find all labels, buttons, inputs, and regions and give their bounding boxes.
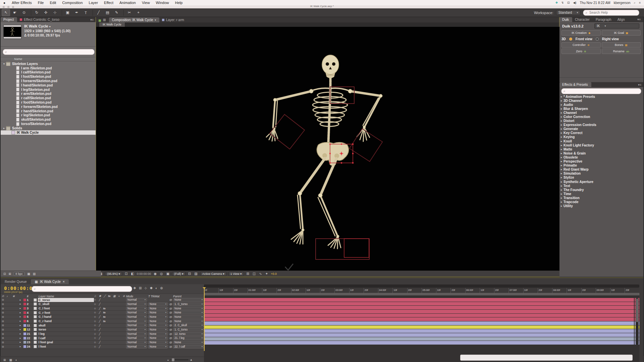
timeline-search-input[interactable] (37, 287, 86, 291)
fx-badge[interactable]: fx (103, 320, 106, 323)
trkmat-dropdown[interactable]: None▾ (148, 332, 168, 336)
viewer-toolbar-item[interactable]: (Full) ▾ (172, 272, 185, 276)
effects-category[interactable]: ▸ Perspective (559, 160, 643, 164)
effects-category[interactable]: ▸ Generate (559, 127, 643, 131)
timeline-layer-row[interactable]: ⊙ ▸ 24 l foot ⊹ ╱ Normal▾ (1, 345, 204, 349)
label-color-chip[interactable] (22, 337, 27, 340)
tab-render-queue[interactable]: Render Queue (1, 279, 31, 284)
viewer-toolbar-item[interactable]: Active Camera ▾ (200, 272, 226, 276)
layer-duration-bar[interactable] (204, 341, 639, 345)
parent-pickwhip-icon[interactable]: @ (168, 337, 173, 340)
layer-duration-bar[interactable] (204, 314, 639, 317)
parent-pickwhip-icon[interactable]: @ (168, 328, 173, 331)
effects-category[interactable]: ▸ Obsolete (559, 155, 643, 159)
parent-dropdown[interactable]: None▾ (173, 315, 204, 319)
trkmat-dropdown[interactable]: None▾ (148, 336, 168, 340)
front-view-radio[interactable] (569, 38, 572, 41)
trkmat-dropdown[interactable]: None▾ (148, 323, 168, 327)
project-item[interactable]: l hand/Skeleton.psd (1, 83, 96, 87)
parent-dropdown[interactable]: None▾ (173, 311, 204, 314)
quality-icon[interactable]: ╱ (99, 315, 101, 318)
live-update-icon[interactable] (96, 19, 102, 22)
timeline-layer-row[interactable]: ⊙ ▸ 11 skull ⊹ ╱ Normal▾ (1, 323, 204, 328)
label-color-chip[interactable] (22, 303, 27, 305)
project-name-column-header[interactable]: Name (1, 57, 96, 61)
timeline-layer-row[interactable]: ⊙ ▸ 22 l calf ⊹ ╱ Normal▾ (1, 336, 204, 341)
viewer-toolbar-item[interactable]: ∿ (258, 272, 262, 276)
eye-icon[interactable]: ⊙ (1, 315, 5, 318)
layer-name[interactable]: C_skull (38, 302, 94, 306)
trkmat-dropdown[interactable]: None▾ (148, 307, 168, 310)
volume-icon[interactable]: ◀) (573, 1, 577, 4)
parent-dropdown[interactable]: 21. l leg▾ (173, 336, 204, 340)
motion-blur-icon[interactable]: ◐ (155, 286, 157, 290)
current-time-display[interactable]: 0:00:00:00 (4, 286, 36, 291)
help-search[interactable]: ⌕ (583, 10, 639, 16)
viewer-toolbar-item[interactable]: ◉ (153, 272, 157, 276)
right-view-radio[interactable] (596, 38, 599, 41)
eye-icon[interactable]: ⊙ (1, 311, 5, 314)
layer-name[interactable]: l foot (38, 345, 94, 349)
tool-button[interactable] (122, 10, 124, 16)
collapse-icon[interactable]: ⊹ (94, 324, 96, 327)
project-search[interactable]: ⌕ (3, 49, 95, 55)
viewer-toolbar-item[interactable]: ▣ (166, 272, 170, 276)
layer-name[interactable]: C_l hand (38, 315, 94, 319)
menu-item[interactable]: Help (172, 1, 186, 5)
fx-badge[interactable]: fx (103, 311, 106, 314)
project-search-input[interactable] (8, 50, 57, 54)
label-color-chip[interactable] (22, 311, 27, 314)
viewer-toolbar-item[interactable]: ⊟ (187, 272, 192, 276)
timeline-vertical-scrollbar[interactable] (636, 298, 639, 345)
time-ruler[interactable]: 0f10f20f01:00f10f20f02:00f10f20f03:00f10… (204, 288, 639, 293)
lock-icon[interactable]: ⊠ (102, 17, 109, 22)
effects-category[interactable]: ▸ Red Giant Warp (559, 168, 643, 172)
effects-category[interactable]: ▸ Keying (559, 135, 643, 139)
twirl-icon[interactable]: ▸ (18, 307, 22, 310)
layer-name[interactable]: C_l foot (38, 306, 94, 310)
right-panel-tab[interactable]: Paragraph (593, 17, 615, 22)
parent-dropdown[interactable]: 22. l calf▾ (173, 345, 204, 349)
tool-button[interactable] (30, 10, 31, 16)
new-folder-icon[interactable]: ⊞ (9, 272, 11, 276)
effects-category[interactable]: ▸ Trapcode (559, 200, 643, 204)
project-item[interactable]: IK Walk Cycle (1, 130, 96, 135)
parent-dropdown[interactable]: None▾ (173, 319, 204, 323)
timeline-layer-row[interactable]: ⊙ ▸ 3 C_l foot ⊹ ╱ fx Normal▾ (1, 306, 204, 311)
menu-item[interactable]: View (139, 1, 153, 5)
parent-pickwhip-icon[interactable]: @ (168, 298, 173, 301)
viewer-toolbar-item[interactable]: ⊞ (246, 272, 250, 276)
timeline-track-area[interactable]: 0f10f20f01:00f10f20f02:00f10f20f03:00f10… (204, 284, 639, 362)
blend-mode-dropdown[interactable]: Normal▾ (126, 311, 147, 314)
timeline-search[interactable]: ⌕ (32, 286, 132, 292)
layer-duration-bar[interactable] (204, 329, 639, 333)
timeline-layer-row[interactable]: ⊙ ▸ 6 C_r hand ⊹ ╱ fx Normal▾ (1, 319, 204, 323)
twirl-icon[interactable]: ▸ (18, 315, 22, 318)
project-item[interactable]: l leg/Skeleton.psd (1, 87, 96, 92)
draft-3d-icon[interactable]: ⊞ (139, 286, 142, 290)
project-item[interactable]: r hand/Skeleton.psd (1, 109, 96, 113)
blend-mode-dropdown[interactable]: Normal▾ (126, 302, 147, 306)
tool-button[interactable]: ↖ (2, 9, 10, 16)
tool-button[interactable]: ▣ (63, 9, 72, 16)
trash-icon[interactable]: ▥ (33, 272, 36, 276)
effects-category[interactable]: ▸ Noise & Grain (559, 151, 643, 155)
effects-search-input[interactable] (567, 89, 615, 94)
panel-menu-icon[interactable]: ▾≡ (636, 83, 643, 87)
menu-item[interactable]: File (35, 1, 47, 5)
layer-duration-bar[interactable] (204, 302, 639, 306)
parent-dropdown[interactable]: None▾ (173, 307, 204, 310)
eye-icon[interactable]: ⊙ (1, 328, 5, 331)
twirl-icon[interactable]: ▸ (18, 311, 22, 314)
blend-mode-dropdown[interactable]: Normal▾ (126, 332, 147, 336)
effects-category[interactable]: ▸ Matte (559, 147, 643, 151)
layer-name[interactable]: C_r hand (38, 319, 94, 323)
twirl-icon[interactable]: ▸ (18, 324, 22, 327)
collapse-icon[interactable]: ⊹ (94, 298, 96, 301)
tool-button[interactable]: ╱ (94, 9, 103, 16)
layer-duration-bar[interactable] (204, 306, 639, 309)
bpc-button[interactable]: 8 bpc (14, 272, 24, 276)
viewer-toolbar-item[interactable]: 1 View ▾ (228, 272, 244, 276)
expand-transfer-controls-icon[interactable]: ▦ (9, 358, 12, 362)
collapse-icon[interactable]: ⊹ (94, 320, 96, 323)
